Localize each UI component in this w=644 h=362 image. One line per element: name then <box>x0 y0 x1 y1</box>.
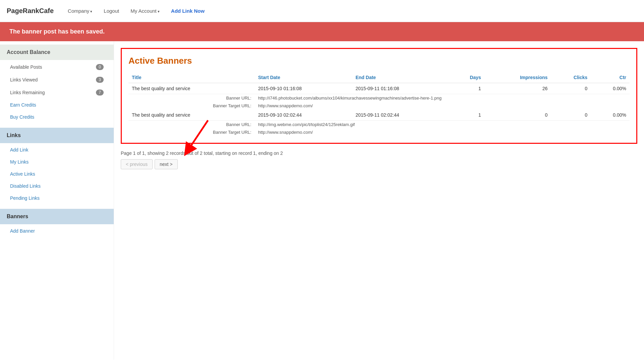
row1-banner-url-label: Banner URL: <box>128 94 255 102</box>
table-row-target1: Banner Target URL: http://www.snappdemo.… <box>128 102 630 110</box>
col-ctr: Ctr <box>591 72 630 83</box>
stat-label-remaining: Links Remaining <box>10 90 45 95</box>
banners-table: Title Start Date End Date Days Impressio… <box>128 72 630 136</box>
nav-item-logout[interactable]: Logout <box>100 5 123 16</box>
row2-title: The best quality and service <box>128 110 255 121</box>
table-row-url2: Banner URL: http://img.webme.com/pic/t/t… <box>128 121 630 129</box>
row1-end-date: 2015-09-11 01:16:08 <box>352 83 450 94</box>
alert-message: The banner post has been saved. <box>9 28 105 35</box>
next-button[interactable]: next > <box>155 159 178 169</box>
sidebar-link-disabled-links[interactable]: Disabled Links <box>0 180 114 192</box>
col-days: Days <box>450 72 485 83</box>
nav-menu: Company Logout My Account Add Link Now <box>64 5 209 16</box>
row1-ctr: 0.00% <box>591 83 630 94</box>
row2-days: 1 <box>450 110 485 121</box>
col-title: Title <box>128 72 255 83</box>
stat-badge-available: 0 <box>96 64 104 70</box>
sidebar-link-buy-credits[interactable]: Buy Credits <box>0 111 114 123</box>
stat-label-available: Available Posts <box>10 64 42 70</box>
prev-button[interactable]: < previous <box>121 159 153 169</box>
stat-label-viewed: Links Viewed <box>10 77 38 82</box>
col-impressions: Impressions <box>484 72 551 83</box>
sidebar-link-earn-credits[interactable]: Earn Credits <box>0 99 114 111</box>
navbar: PageRankCafe Company Logout My Account A… <box>0 0 644 22</box>
row1-start-date: 2015-09-10 01:16:08 <box>255 83 352 94</box>
sidebar-stat-available-posts: Available Posts 0 <box>0 61 114 73</box>
alert-banner: The banner post has been saved. <box>0 22 644 41</box>
sidebar: Account Balance Available Posts 0 Links … <box>0 41 114 360</box>
main-content: Active Banners Title Start Date End Date… <box>114 41 644 360</box>
row2-ctr: 0.00% <box>591 110 630 121</box>
row2-banner-url: http://img.webme.com/pic/t/toplist24/125… <box>255 121 630 129</box>
sidebar-stat-links-viewed: Links Viewed 3 <box>0 73 114 86</box>
stat-badge-viewed: 3 <box>96 77 104 83</box>
row1-target-url: http://www.snappdemo.com/ <box>255 102 630 110</box>
row1-clicks: 0 <box>551 83 591 94</box>
nav-item-myaccount[interactable]: My Account <box>126 5 164 16</box>
main-layout: Account Balance Available Posts 0 Links … <box>0 41 644 360</box>
nav-item-company[interactable]: Company <box>64 5 96 16</box>
account-balance-header: Account Balance <box>0 45 114 60</box>
brand-logo[interactable]: PageRankCafe <box>7 7 54 15</box>
sidebar-stat-links-remaining: Links Remaining 7 <box>0 86 114 99</box>
row2-target-url: http://www.snappdemo.com/ <box>255 128 630 136</box>
stat-badge-remaining: 7 <box>96 89 104 96</box>
col-clicks: Clicks <box>551 72 591 83</box>
row2-clicks: 0 <box>551 110 591 121</box>
table-row-target2: Banner Target URL: http://www.snappdemo.… <box>128 128 630 136</box>
sidebar-link-my-links[interactable]: My Links <box>0 156 114 168</box>
row1-days: 1 <box>450 83 485 94</box>
sidebar-link-active-links[interactable]: Active Links <box>0 168 114 180</box>
col-end-date: End Date <box>352 72 450 83</box>
links-section-header: Links <box>0 128 114 143</box>
pagination-area: Page 1 of 1, showing 2 records out of 2 … <box>121 150 637 169</box>
pagination-text: Page 1 of 1, showing 2 records out of 2 … <box>121 150 637 156</box>
row1-banner-url: http://i746.photobucket.com/albums/xx104… <box>255 94 630 102</box>
row1-impressions: 26 <box>484 83 551 94</box>
row2-target-url-label: Banner Target URL: <box>128 128 255 136</box>
sidebar-link-add-banner[interactable]: Add Banner <box>0 225 114 237</box>
row1-title: The best quality and service <box>128 83 255 94</box>
sidebar-link-add-link[interactable]: Add Link <box>0 144 114 156</box>
active-banners-box: Active Banners Title Start Date End Date… <box>121 48 637 144</box>
row2-impressions: 0 <box>484 110 551 121</box>
active-banners-title: Active Banners <box>128 56 630 66</box>
sidebar-link-pending-links[interactable]: Pending Links <box>0 192 114 204</box>
table-header-row: Title Start Date End Date Days Impressio… <box>128 72 630 83</box>
table-row: The best quality and service 2015-09-10 … <box>128 83 630 94</box>
table-row: The best quality and service 2015-09-10 … <box>128 110 630 121</box>
col-start-date: Start Date <box>255 72 352 83</box>
row1-target-url-label: Banner Target URL: <box>128 102 255 110</box>
row2-start-date: 2015-09-10 02:02:44 <box>255 110 352 121</box>
table-row-url1: Banner URL: http://i746.photobucket.com/… <box>128 94 630 102</box>
pagination-buttons: < previous next > <box>121 159 637 169</box>
row2-banner-url-label: Banner URL: <box>128 121 255 129</box>
row2-end-date: 2015-09-11 02:02:44 <box>352 110 450 121</box>
banners-section-header: Banners <box>0 209 114 224</box>
nav-item-addlink[interactable]: Add Link Now <box>167 5 209 16</box>
